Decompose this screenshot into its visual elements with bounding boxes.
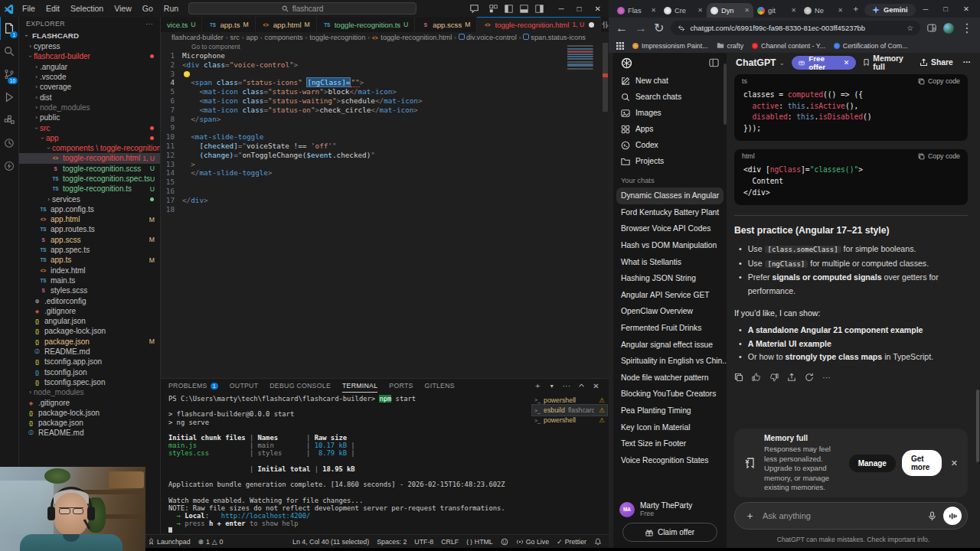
- sidebar-apps[interactable]: Apps: [613, 121, 727, 137]
- regenerate-icon[interactable]: [805, 373, 814, 382]
- editor-tab-toggle-recognition.html[interactable]: <>toggle-recognition.html1, U: [477, 17, 601, 32]
- get-more-button[interactable]: Get more: [902, 450, 942, 476]
- breadcrumb-item[interactable]: div.voice-control: [459, 34, 517, 41]
- chat-item[interactable]: Browser Voice API Codes: [613, 220, 727, 237]
- menu-item-selection[interactable]: Selection: [65, 4, 109, 13]
- chat-item[interactable]: Fermented Fruit Drinks: [613, 320, 727, 337]
- chat-item[interactable]: Pea Planting Timing: [613, 403, 727, 419]
- tree-item-main.ts[interactable]: TSmain.ts: [19, 276, 160, 285]
- code-editor[interactable]: Go to component 1Microphone2<div class="…: [161, 43, 609, 378]
- address-bar[interactable]: chatgpt.com/c/6991f99c-fa98-8330-81ec-00…: [671, 21, 920, 35]
- tree-item-toggle-recognition.scss[interactable]: Stoggle-recognition.scssU: [19, 164, 160, 174]
- editor-tab-app.ts[interactable]: TSapp.tsM: [202, 17, 255, 32]
- status-item-spaces-2[interactable]: Spaces: 2: [373, 538, 410, 546]
- close-icon[interactable]: ✕: [963, 5, 969, 13]
- close-tab-icon[interactable]: ✕: [791, 7, 796, 14]
- tree-item-styles.scss[interactable]: Sstyles.scss: [19, 285, 160, 295]
- thumbs-down-icon[interactable]: [769, 373, 779, 382]
- chat-item[interactable]: Hash vs DOM Manipulation: [613, 237, 727, 254]
- model-selector[interactable]: ChatGPT⌄: [736, 57, 785, 68]
- chat-item[interactable]: Blocking YouTube Creators: [613, 386, 727, 403]
- share-button[interactable]: Share: [920, 58, 953, 67]
- tree-item-app.scss[interactable]: Sapp.scssM: [19, 235, 160, 245]
- workspace-root[interactable]: ›FLASHCARD: [19, 30, 160, 41]
- status-item[interactable]: [497, 538, 512, 546]
- panel-tab-ports[interactable]: PORTS: [389, 379, 413, 393]
- voice-mode-button[interactable]: [943, 507, 962, 525]
- tree-item-toggle-recognition.spec.ts[interactable]: TStoggle-recognition.spec.tsU: [19, 174, 160, 184]
- panel-tab-terminal[interactable]: TERMINAL: [342, 379, 377, 393]
- tree-item-app.spec.ts[interactable]: TSapp.spec.ts: [19, 245, 160, 255]
- search-icon[interactable]: [0, 40, 18, 63]
- status-item-ln-4-col-40-11-selected-[interactable]: Ln 4, Col 40 (11 selected): [289, 538, 373, 546]
- free-offer-pill[interactable]: Free offer✕: [792, 56, 856, 70]
- side-panel-icon[interactable]: [927, 24, 936, 32]
- breadcrumb-item[interactable]: <>toggle-recognition.html: [372, 34, 452, 41]
- browser-tab-Cre[interactable]: Cre✕: [660, 3, 707, 18]
- explorer-more-icon[interactable]: ···: [145, 20, 153, 28]
- tree-item-README.md[interactable]: ⓘREADME.md: [19, 428, 160, 438]
- claim-offer-button[interactable]: Claim offer: [622, 523, 717, 542]
- attach-plus-icon[interactable]: ＋: [745, 509, 755, 523]
- maximize-icon[interactable]: □: [577, 5, 582, 13]
- tree-item-.editorconfig[interactable]: ⚙.editorconfig: [19, 295, 160, 305]
- status-item-go-live[interactable]: Go Live: [512, 538, 553, 546]
- status-item-crlf[interactable]: CRLF: [437, 538, 462, 546]
- source-control-icon[interactable]: 10: [0, 63, 18, 86]
- toggle-sidebar-icon[interactable]: [505, 5, 513, 13]
- tree-item-app.html[interactable]: <>app.htmlM: [19, 214, 160, 224]
- minimap[interactable]: [567, 45, 599, 71]
- tree-item-coverage[interactable]: ›coverage: [19, 82, 160, 92]
- browser-tab-Dyn[interactable]: Dyn✕: [707, 3, 753, 18]
- back-icon[interactable]: ←: [616, 21, 628, 35]
- close-tab-icon[interactable]: ✕: [838, 7, 843, 14]
- tree-item-app[interactable]: ›app: [19, 133, 160, 143]
- chat-item[interactable]: Angular signal effect issue: [613, 336, 727, 353]
- manage-button[interactable]: Manage: [849, 455, 896, 472]
- testing-icon[interactable]: [0, 132, 18, 155]
- panel-tab-debug-console[interactable]: DEBUG CONSOLE: [270, 379, 331, 393]
- menu-item-edit[interactable]: Edit: [41, 4, 65, 13]
- tree-item-toggle-recognition.html[interactable]: <>toggle-recognition.html1, U: [19, 153, 160, 163]
- message-composer[interactable]: ＋ Ask anything: [734, 502, 968, 530]
- menu-item-file[interactable]: File: [17, 4, 41, 13]
- browser-tab-Ne[interactable]: Ne✕: [800, 3, 847, 18]
- chat-scrollbar[interactable]: [976, 390, 979, 462]
- reload-icon[interactable]: ↻: [654, 21, 664, 35]
- panel-tab-output[interactable]: OUTPUT: [230, 379, 259, 393]
- browser-menu-icon[interactable]: ⋮: [961, 21, 973, 35]
- menu-item-go[interactable]: Go: [137, 4, 158, 13]
- collapse-sidebar-icon[interactable]: [709, 58, 719, 67]
- terminal-dropdown-icon[interactable]: ▼: [549, 383, 554, 389]
- tree-item-index.html[interactable]: <>index.html: [19, 266, 160, 276]
- bookmark-certification-of-com-[interactable]: Certification of Com...: [834, 42, 908, 50]
- tree-item-tsconfig.spec.json[interactable]: {}tsconfig.spec.json: [19, 377, 160, 387]
- tree-item-src[interactable]: ›src: [19, 122, 160, 132]
- bookmark-channel-content-y-[interactable]: Channel content - Y...: [752, 42, 825, 50]
- tree-item-.vscode[interactable]: ›.vscode: [19, 72, 160, 82]
- editor-tab-app.html[interactable]: <>app.htmlM: [256, 17, 317, 32]
- tree-item-tsconfig.app.json[interactable]: {}tsconfig.app.json: [19, 357, 160, 367]
- thumbs-up-icon[interactable]: [752, 373, 761, 382]
- copy-code-button[interactable]: Copy code: [918, 77, 960, 85]
- status-item-utf-8[interactable]: UTF-8: [410, 538, 437, 546]
- chatgpt-logo-icon[interactable]: [621, 57, 632, 69]
- chat-item[interactable]: Voice Recognition States: [613, 452, 727, 469]
- chat-item[interactable]: OpenClaw Overview: [613, 303, 727, 320]
- copy-icon[interactable]: [734, 373, 743, 382]
- bookmark-impressionism-paint-[interactable]: Impressionism Paint...: [632, 42, 708, 50]
- close-panel-icon[interactable]: ✕: [593, 382, 599, 390]
- new-terminal-icon[interactable]: ＋: [534, 380, 541, 391]
- tree-item-app.config.ts[interactable]: TSapp.config.ts: [19, 204, 160, 214]
- chat-item[interactable]: What is Stellantis: [613, 253, 727, 270]
- dismiss-memory-icon[interactable]: ✕: [951, 458, 958, 468]
- panel-tab-gitlens[interactable]: GITLENS: [425, 379, 455, 393]
- codelens[interactable]: Go to component: [161, 43, 609, 51]
- minimize-icon[interactable]: ─: [558, 5, 564, 13]
- close-icon[interactable]: ✕: [595, 5, 601, 13]
- editor-tab-vice.ts[interactable]: vice.tsU: [161, 17, 202, 32]
- tree-item-flashcard-builder[interactable]: ›flashcard-builder: [19, 51, 160, 61]
- new-tab-icon[interactable]: ＋: [851, 3, 860, 15]
- tree-item-dist[interactable]: ›dist: [19, 92, 160, 102]
- more-icon[interactable]: ···: [822, 373, 831, 382]
